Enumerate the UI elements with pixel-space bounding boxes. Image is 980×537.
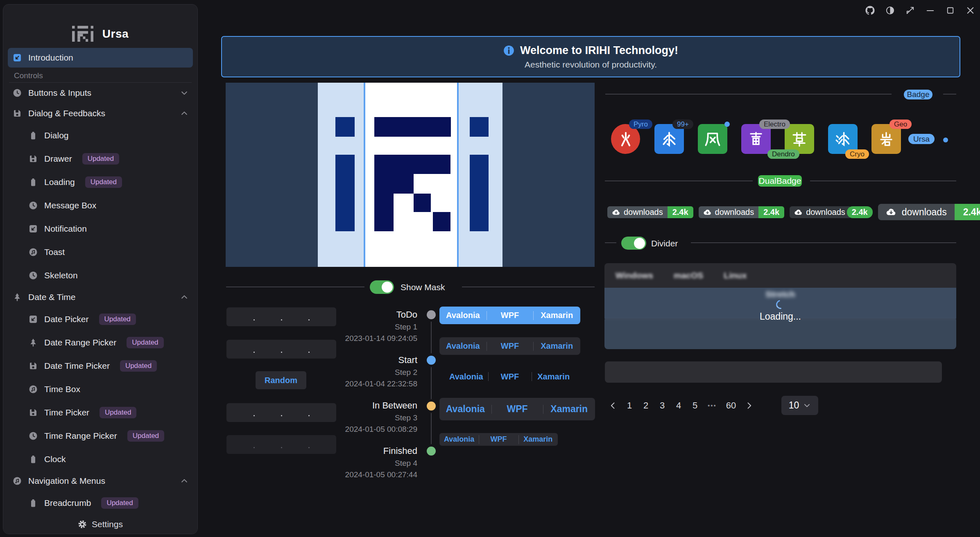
page-number[interactable]: 5 bbox=[687, 400, 703, 411]
download-badge-label-part: downloads bbox=[607, 206, 668, 218]
button-group-item[interactable]: Avalonia bbox=[444, 372, 488, 381]
button-group-item[interactable]: WPF bbox=[479, 435, 518, 444]
page-number[interactable]: 1 bbox=[621, 400, 638, 411]
show-mask-toggle[interactable] bbox=[370, 280, 394, 294]
github-icon[interactable] bbox=[865, 6, 875, 15]
page-size-select[interactable]: 10 bbox=[781, 396, 818, 415]
button-group-item[interactable]: Avalonia bbox=[439, 435, 479, 444]
sidebar-item[interactable]: Dialog bbox=[8, 124, 193, 147]
tab[interactable]: Windows bbox=[605, 271, 663, 280]
download-badge-label-part: downloads bbox=[699, 206, 759, 218]
button-group-borderless: Avalonia WPF Xamarin bbox=[444, 370, 575, 383]
sidebar-item[interactable]: Date Picker Updated bbox=[8, 307, 193, 331]
sidebar-group[interactable]: Buttons & Inputs bbox=[8, 83, 193, 103]
button-group-item[interactable]: Xamarin bbox=[533, 341, 580, 351]
button-group-item[interactable]: Xamarin bbox=[532, 372, 575, 381]
sidebar-item[interactable]: Date Time Picker Updated bbox=[8, 354, 193, 377]
app-logo: Ursa bbox=[3, 26, 197, 42]
sidebar-item[interactable]: Loading Updated bbox=[8, 170, 193, 194]
page-number[interactable]: 4 bbox=[670, 400, 687, 411]
item-label: Date Picker bbox=[44, 314, 89, 324]
button-group-item[interactable]: WPF bbox=[487, 341, 534, 351]
theme-toggle-icon[interactable] bbox=[885, 6, 895, 15]
sidebar-item[interactable]: Notification bbox=[8, 217, 193, 240]
item-label: Breadcrumb bbox=[44, 498, 91, 508]
download-badge-label-part: downloads bbox=[878, 204, 955, 220]
updated-badge: Updated bbox=[99, 314, 136, 325]
step-title: ToDo bbox=[287, 310, 417, 320]
stretch-label: Stretch bbox=[765, 289, 795, 299]
pagination: 1 2 3 4 5 ••• 60 bbox=[605, 396, 757, 415]
page-ellipsis[interactable]: ••• bbox=[703, 402, 721, 409]
settings-label: Settings bbox=[92, 519, 123, 529]
item-label: Date Range Picker bbox=[44, 338, 116, 347]
timeline-step: ToDo Step 1 2023-01-14 09:24:05 bbox=[287, 310, 417, 355]
close-icon[interactable] bbox=[966, 6, 975, 15]
page-last[interactable]: 60 bbox=[721, 400, 741, 411]
button-group-item[interactable]: Avalonia bbox=[439, 404, 491, 415]
tab[interactable]: Linux bbox=[713, 271, 757, 280]
sidebar-group[interactable]: Dialog & Feedbacks bbox=[8, 103, 193, 124]
sidebar-item[interactable]: Toast bbox=[8, 240, 193, 264]
item-label: Message Box bbox=[44, 201, 96, 210]
divider-toggle[interactable] bbox=[621, 237, 646, 250]
button-group-item[interactable]: Xamarin bbox=[518, 435, 558, 444]
button-group-item[interactable]: Xamarin bbox=[533, 311, 580, 320]
item-icon bbox=[28, 314, 38, 324]
group-label: Date & Time bbox=[28, 292, 76, 302]
page-number[interactable]: 3 bbox=[654, 400, 670, 411]
prev-page-icon[interactable] bbox=[609, 402, 617, 410]
sidebar-group[interactable]: Date & Time bbox=[8, 287, 193, 307]
text-input[interactable] bbox=[605, 361, 942, 383]
button-group-item[interactable]: Avalonia bbox=[439, 311, 487, 320]
sidebar-item-introduction[interactable]: Introduction bbox=[8, 48, 193, 68]
sidebar-item[interactable]: Clock bbox=[8, 447, 193, 471]
dualbadge-section-pill: DualBadge bbox=[758, 175, 802, 187]
item-icon bbox=[28, 224, 38, 234]
button-group-item[interactable]: WPF bbox=[488, 372, 532, 381]
divider-line bbox=[943, 94, 956, 95]
introduction-icon bbox=[12, 53, 22, 63]
step-time: 2024-01-05 00:08:29 bbox=[287, 425, 417, 433]
button-group-item[interactable]: Avalonia bbox=[439, 341, 487, 351]
step-number: Step 1 bbox=[287, 323, 417, 331]
sidebar-group[interactable]: Navigation & Menus bbox=[8, 471, 193, 491]
minimize-icon[interactable] bbox=[926, 6, 935, 15]
group-icon bbox=[12, 292, 22, 302]
sidebar-item[interactable]: Skeleton bbox=[8, 264, 193, 287]
next-page-icon[interactable] bbox=[745, 402, 753, 410]
updated-badge: Updated bbox=[85, 176, 122, 188]
sidebar-item[interactable]: Date Range Picker Updated bbox=[8, 331, 193, 354]
sidebar-item[interactable]: Time Picker Updated bbox=[8, 401, 193, 424]
sidebar-item[interactable]: Drawer Updated bbox=[8, 147, 193, 170]
badge-examples: Pyro 99+ Electro Dendro Cryo bbox=[611, 124, 901, 154]
item-label: Drawer bbox=[44, 154, 72, 164]
loading-overlay: Stretch Loading... bbox=[604, 288, 956, 349]
download-count: 2.4k bbox=[847, 206, 873, 218]
sidebar: Ursa Introduction Controls Buttons & Inp… bbox=[3, 4, 198, 534]
loading-panel: Windows macOS Linux Stretch Loading... bbox=[604, 263, 956, 349]
expand-icon[interactable] bbox=[905, 6, 915, 15]
tab[interactable]: macOS bbox=[663, 271, 713, 280]
download-badge-label-part: downloads bbox=[790, 206, 850, 218]
sidebar-item[interactable]: Time Range Picker Updated bbox=[8, 424, 193, 447]
sidebar-item[interactable]: Breadcrumb Updated bbox=[8, 491, 193, 514]
group-icon bbox=[12, 476, 22, 486]
button-group-item[interactable]: WPF bbox=[491, 404, 543, 415]
sidebar-item[interactable]: Message Box bbox=[8, 194, 193, 217]
settings-button[interactable]: Settings bbox=[3, 514, 197, 534]
button-group-item[interactable]: WPF bbox=[487, 311, 534, 320]
maximize-icon[interactable] bbox=[946, 6, 955, 15]
cloud-download-icon bbox=[612, 208, 620, 217]
group-label: Dialog & Feedbacks bbox=[28, 108, 105, 118]
item-label: Time Box bbox=[44, 384, 80, 394]
item-icon bbox=[28, 201, 38, 210]
updated-badge: Updated bbox=[127, 337, 163, 348]
chevron-icon bbox=[180, 109, 188, 117]
button-group-dark: Avalonia WPF Xamarin bbox=[439, 337, 580, 355]
page-number[interactable]: 2 bbox=[638, 400, 654, 411]
sidebar-item[interactable]: Time Box bbox=[8, 377, 193, 401]
cjk-glyph-icon bbox=[791, 131, 808, 148]
button-group-item[interactable]: Xamarin bbox=[543, 404, 595, 415]
item-label: Clock bbox=[44, 454, 66, 464]
